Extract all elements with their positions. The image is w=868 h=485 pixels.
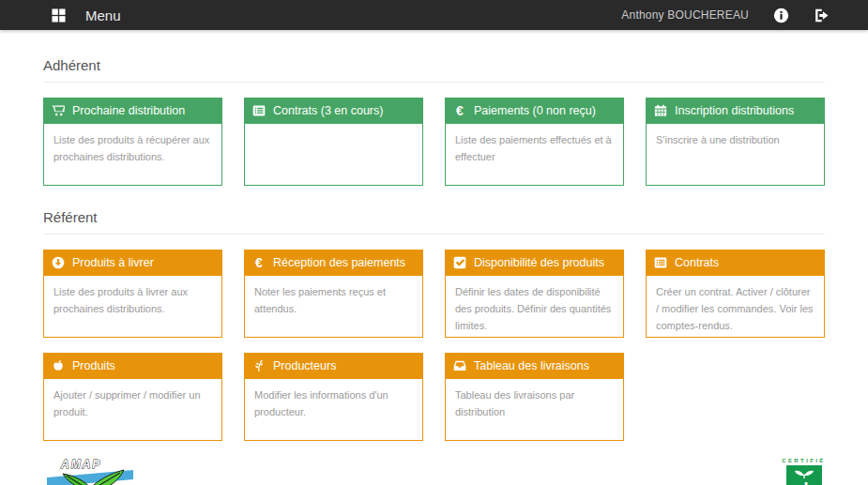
card-title: Produits à livrer [72, 256, 154, 269]
card-title: Inscription distributions [675, 104, 794, 117]
card-description: Liste des produits à récupérer aux proch… [43, 124, 222, 186]
ab-square: ab [786, 465, 822, 485]
card-description: Définir les dates de disponibilité des p… [445, 276, 624, 338]
euro-icon: € [453, 104, 466, 117]
card-description: Tableau des livraisons par distribution [445, 379, 624, 441]
card-header: Produits à livrer [43, 250, 222, 276]
card-produits-a-livrer[interactable]: Produits à livrer Liste des produits à l… [43, 250, 222, 338]
sign-out-icon[interactable] [814, 8, 830, 23]
amap-logo-text: AMAP [60, 458, 101, 471]
card-description [244, 124, 423, 186]
card-title: Disponibilité des produits [474, 256, 604, 269]
list-alt-icon [252, 104, 266, 117]
card-title: Réception des paiements [273, 256, 405, 269]
card-produits[interactable]: Produits Ajouter / supprimer / modifier … [43, 353, 222, 441]
card-description: Créer un contrat. Activer / clôturer / m… [646, 276, 825, 338]
card-contrats-referent[interactable]: Contrats Créer un contrat. Activer / clô… [646, 250, 825, 338]
cards-grid-referent: Produits à livrer Liste des produits à l… [43, 250, 825, 441]
card-title: Tableau des livraisons [474, 359, 589, 372]
card-description: Liste des produits à livrer aux prochain… [43, 276, 222, 338]
euro-icon: € [252, 256, 266, 269]
page-title: Menu [85, 8, 121, 23]
amap-logo: AMAP [43, 457, 137, 485]
cards-grid-adherent: Prochaine distribution Liste des produit… [43, 98, 825, 186]
card-header: Produits [43, 353, 222, 379]
card-title: Contrats (3 en cours) [273, 104, 383, 117]
ab-certification-logo: CERTIFIÉ ab [782, 457, 826, 485]
card-header: € Paiements (0 non reçu) [445, 98, 624, 124]
card-contrats-adherent[interactable]: Contrats (3 en cours) [244, 98, 423, 186]
card-title: Prochaine distribution [72, 104, 185, 117]
inbox-icon [453, 359, 466, 372]
card-tableau-livraisons[interactable]: Tableau des livraisons Tableau des livra… [445, 353, 624, 441]
card-title: Paiements (0 non reçu) [474, 104, 596, 117]
arrow-circle-down-icon [52, 256, 65, 269]
card-description: Ajouter / supprimer / modifier un produi… [43, 379, 222, 441]
card-prochaine-distribution[interactable]: Prochaine distribution Liste des produit… [43, 98, 222, 186]
card-title: Producteurs [273, 359, 336, 372]
card-header: Prochaine distribution [43, 98, 222, 124]
user-name: Anthony BOUCHEREAU [621, 8, 749, 22]
card-description: S'inscrire à une distribution [646, 124, 825, 186]
card-header: Disponibilité des produits [445, 250, 624, 276]
check-square-icon [453, 256, 466, 269]
section-referent: Référent Produits à livrer Liste des pro… [43, 209, 825, 441]
pagelines-icon [252, 359, 266, 372]
calendar-icon [654, 104, 667, 117]
card-header: Producteurs [244, 353, 423, 379]
card-header: € Réception des paiements [244, 250, 423, 276]
card-paiements[interactable]: € Paiements (0 non reçu) Liste des paiem… [445, 98, 624, 186]
main-content: Adhérent Prochaine distribution Liste de… [0, 57, 868, 441]
top-navbar: Menu Anthony BOUCHEREAU [0, 0, 868, 30]
card-header: Inscription distributions [646, 98, 825, 124]
card-description: Liste des paiements effectués et à effec… [445, 124, 624, 186]
card-producteurs[interactable]: Producteurs Modifier les informations d'… [244, 353, 423, 441]
list-alt-icon [654, 256, 667, 269]
svg-text:ab: ab [794, 479, 814, 485]
info-circle-icon[interactable] [773, 8, 789, 23]
card-title: Contrats [675, 256, 719, 269]
card-description: Modifier les informations d'un producteu… [244, 379, 423, 441]
cart-icon [52, 104, 65, 117]
card-reception-paiements[interactable]: € Réception des paiements Noter les paie… [244, 250, 423, 338]
certifie-label: CERTIFIÉ [782, 457, 826, 465]
section-adherent: Adhérent Prochaine distribution Liste de… [43, 57, 825, 186]
card-header: Contrats (3 en cours) [244, 98, 423, 124]
section-title-adherent: Adhérent [43, 57, 825, 83]
card-title: Produits [72, 359, 115, 372]
section-title-referent: Référent [43, 209, 825, 235]
card-disponibilite-produits[interactable]: Disponibilité des produits Définir les d… [445, 250, 624, 338]
card-inscription-distributions[interactable]: Inscription distributions S'inscrire à u… [646, 98, 825, 186]
card-header: Contrats [646, 250, 825, 276]
card-header: Tableau des livraisons [445, 353, 624, 379]
card-description: Noter les paiements reçus et attendus. [244, 276, 423, 338]
apple-icon [52, 359, 65, 372]
th-large-icon[interactable] [52, 8, 66, 23]
